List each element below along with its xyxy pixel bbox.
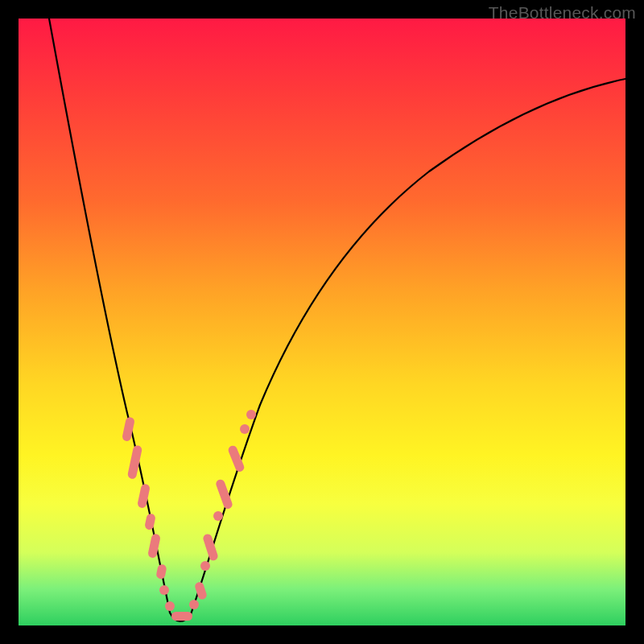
marker-dot: [189, 600, 199, 609]
marker-dot: [240, 424, 250, 434]
marker-dot: [171, 612, 192, 621]
marker-dot: [159, 585, 169, 595]
watermark-text: TheBottleneck.com: [489, 3, 636, 23]
marker-dot: [155, 564, 167, 580]
marker-dot: [246, 410, 256, 419]
marker-dot: [144, 513, 156, 530]
marker-dot: [200, 561, 210, 571]
marker-dot: [213, 511, 223, 521]
outer-frame: TheBottleneck.com: [0, 0, 644, 644]
marker-dot: [165, 601, 175, 611]
marker-dot: [227, 444, 246, 473]
marker-dot: [215, 478, 233, 510]
marker-dot: [127, 444, 142, 479]
curve-right-branch: [191, 79, 625, 614]
chart-svg: [19, 19, 625, 625]
plot-area: [19, 19, 625, 625]
